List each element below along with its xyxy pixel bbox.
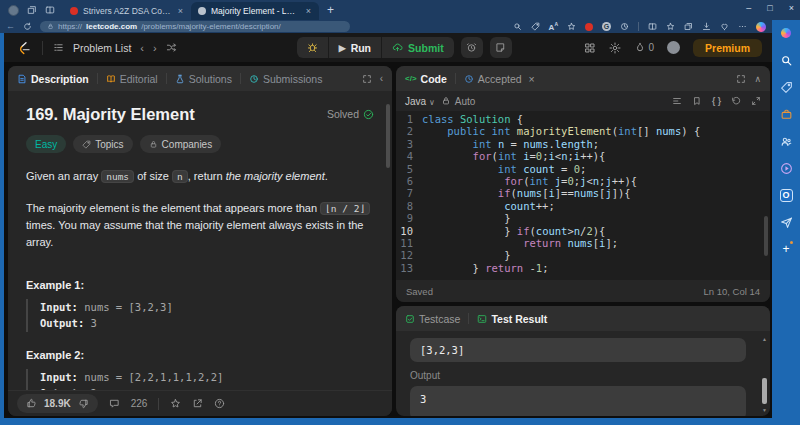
random-problem-icon[interactable] [166, 42, 177, 53]
outlook-icon[interactable]: O [778, 187, 794, 203]
profile-avatar[interactable] [8, 5, 19, 16]
expand-panel-icon[interactable] [362, 74, 372, 84]
run-button[interactable]: ▶Run [328, 37, 381, 58]
read-aloud-icon[interactable]: AA [549, 22, 558, 32]
tab-code[interactable]: </>Code [405, 73, 447, 85]
copilot-icon[interactable] [756, 22, 766, 32]
bookmark-icon[interactable] [692, 96, 702, 106]
media-play-icon[interactable] [778, 160, 794, 176]
collapse-left-icon[interactable]: ‹ [380, 73, 383, 84]
fullscreen-editor-icon[interactable] [751, 96, 761, 106]
code-line[interactable]: 12 } [396, 249, 770, 261]
problem-list-icon[interactable] [53, 42, 64, 53]
tab-test-result[interactable]: Test Result [477, 313, 547, 325]
close-button[interactable]: × [789, 3, 794, 13]
browser-tab[interactable]: Majority Element - LeetCode × [191, 2, 319, 20]
code-line[interactable]: 6 for(int j=0;j<n;j++){ [396, 175, 770, 187]
testcase-input[interactable]: [3,2,3] [410, 338, 746, 362]
share-icon[interactable] [192, 398, 203, 409]
submit-button[interactable]: Submit [381, 37, 454, 58]
browser-tab[interactable]: Strivers A2Z DSA Course/Sheet - × [63, 2, 191, 20]
code-line[interactable]: 8 count++; [396, 200, 770, 212]
maximize-panel-icon[interactable] [736, 74, 746, 84]
companies-chip[interactable]: Companies [140, 135, 222, 153]
copilot-icon[interactable] [778, 25, 794, 41]
star-icon[interactable] [170, 398, 181, 409]
tab-accepted[interactable]: Accepted× [464, 73, 535, 85]
debugger-icon[interactable] [297, 37, 328, 58]
code-line[interactable]: 7 if(nums[i]==nums[j]){ [396, 187, 770, 199]
new-tab-button[interactable]: + [327, 3, 334, 17]
dislike-icon[interactable] [78, 398, 89, 409]
minimize-button[interactable]: – [746, 3, 751, 13]
code-line[interactable]: 5 int count = 0; [396, 163, 770, 175]
tab-actions-icon[interactable] [45, 5, 55, 15]
favorite-star-icon[interactable] [567, 22, 576, 31]
prev-problem-icon[interactable]: ‹ [140, 42, 144, 54]
tab-close-icon[interactable]: × [305, 6, 312, 16]
close-accepted-icon[interactable]: × [529, 73, 535, 85]
code-line[interactable]: 13 } return -1; [396, 262, 770, 274]
workspaces-icon[interactable] [27, 5, 37, 15]
extension-g-icon[interactable]: G [602, 22, 611, 31]
brackets-icon[interactable]: { } [712, 97, 721, 106]
tab-close-icon[interactable]: × [177, 6, 184, 16]
easy-chip[interactable]: Easy [26, 135, 66, 153]
tab-solutions[interactable]: Solutions [175, 73, 232, 85]
feedback-icon[interactable] [214, 398, 225, 409]
drop-icon[interactable] [778, 214, 794, 230]
favorites-icon[interactable] [666, 22, 675, 31]
streak-flame-icon[interactable]: 0 [634, 42, 655, 54]
description-scrollbar[interactable] [386, 104, 390, 168]
more-menu-icon[interactable] [738, 22, 747, 31]
code-line[interactable]: 3 int n = nums.length; [396, 138, 770, 150]
premium-button[interactable]: Premium [693, 39, 762, 57]
leetcode-logo-icon[interactable] [16, 40, 32, 56]
split-screen-icon[interactable] [648, 22, 657, 31]
timer-icon[interactable] [461, 37, 483, 58]
scroll-up-icon[interactable]: ▲ [762, 336, 767, 342]
price-tag-icon[interactable] [531, 22, 540, 31]
next-problem-icon[interactable]: › [153, 42, 157, 54]
auto-lock[interactable]: Auto [441, 96, 476, 107]
code-editor[interactable]: 1class Solution {2 public int majorityEl… [396, 111, 770, 280]
shopping-icon[interactable] [778, 79, 794, 95]
tab-description[interactable]: Description [17, 73, 89, 85]
tab-testcase[interactable]: Testcase [405, 313, 460, 325]
browser-essentials-icon[interactable] [720, 22, 729, 31]
language-select[interactable]: Java ∨ [405, 96, 435, 107]
address-input[interactable]: https://leetcode.com/problems/majority-e… [40, 21, 350, 32]
zoom-icon[interactable] [513, 22, 522, 31]
add-sidebar-item-icon[interactable]: + [778, 241, 794, 257]
code-line[interactable]: 1class Solution { [396, 113, 770, 125]
extension-clock-icon[interactable] [620, 22, 629, 31]
refresh-icon[interactable] [23, 22, 32, 31]
code-scrollbar[interactable] [764, 216, 768, 256]
topics-chip[interactable]: Topics [73, 135, 132, 153]
testcase-scrollbar[interactable] [762, 378, 767, 404]
settings-gear-icon[interactable] [609, 42, 621, 54]
comments-icon[interactable] [109, 398, 120, 409]
downloads-icon[interactable] [702, 22, 711, 31]
code-line[interactable]: 11 return nums[i]; [396, 237, 770, 249]
code-line[interactable]: 2 public int majorityElement(int[] nums)… [396, 125, 770, 137]
office-icon[interactable] [778, 106, 794, 122]
scroll-down-icon[interactable]: ▼ [762, 407, 767, 413]
layout-icon[interactable] [584, 42, 596, 54]
maximize-button[interactable]: □ [767, 3, 772, 13]
notes-icon[interactable] [490, 37, 512, 58]
user-avatar[interactable] [667, 41, 680, 54]
code-line[interactable]: 9 } [396, 212, 770, 224]
search-icon[interactable] [778, 52, 794, 68]
collapse-panel-icon[interactable]: ∧ [754, 74, 761, 84]
extension-red-icon[interactable] [585, 23, 593, 31]
code-line[interactable]: 4 for(int i=0;i<n;i++){ [396, 150, 770, 162]
teams-icon[interactable] [778, 133, 794, 149]
reset-code-icon[interactable] [731, 96, 741, 106]
back-icon[interactable]: ← [6, 22, 15, 31]
tab-editorial[interactable]: Editorial [106, 73, 158, 85]
collections-icon[interactable] [684, 22, 693, 31]
tab-submissions[interactable]: Submissions [249, 73, 323, 85]
problem-list-label[interactable]: Problem List [73, 42, 131, 54]
code-line[interactable]: 10 } if(count>n/2){ [396, 225, 770, 237]
